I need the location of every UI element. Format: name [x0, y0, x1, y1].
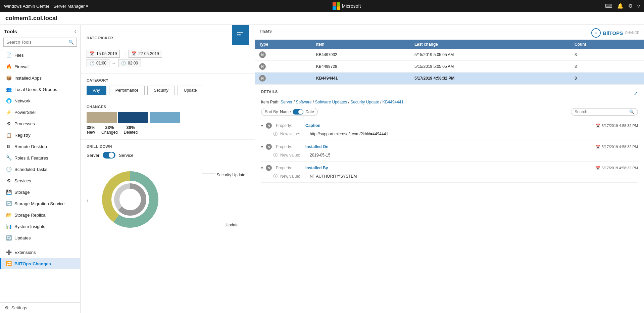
- search-input[interactable]: [4, 38, 66, 46]
- cell-item: KB4494441: [312, 73, 410, 84]
- drill-down-section: DRILL-DOWN Server Service ‹: [81, 140, 255, 242]
- installed-by-collapse-icon[interactable]: ▾: [261, 166, 263, 170]
- details-collapse-icon[interactable]: ✓: [634, 90, 638, 97]
- cell-scroll: [636, 73, 644, 84]
- sidebar-item-label: Files: [14, 53, 23, 58]
- legend-deleted: 38% Deleted: [124, 125, 138, 135]
- roles-icon: 🔧: [6, 155, 12, 161]
- sidebar-item-label: System Insights: [14, 224, 45, 229]
- item-path-software-updates[interactable]: Software Updates: [315, 100, 347, 104]
- detail-group-installed-by: ▾ N Property: Installed By 📅 5/17/2019 4…: [261, 162, 638, 183]
- items-table-header: Type Item Last change Count: [255, 40, 644, 49]
- microsoft-logo: [333, 2, 340, 10]
- biitops-panel-icon: [236, 31, 244, 39]
- sort-date-button[interactable]: Date: [305, 109, 314, 114]
- server-manager-dropdown[interactable]: Server Manager ▾: [53, 4, 88, 9]
- calendar-icon-installed-on: 📅: [596, 145, 600, 149]
- sidebar-item-biitops[interactable]: 🔁 BiiTOps-Changes: [0, 258, 80, 269]
- items-header-row: ITEMS ≡ BiiTOPS CHANGE: [255, 25, 644, 38]
- caption-collapse-icon[interactable]: ▾: [261, 124, 263, 128]
- processes-icon: ⚙: [6, 121, 12, 126]
- gear-icon[interactable]: ⚙: [628, 3, 633, 9]
- col-type: Type: [255, 40, 312, 49]
- sidebar-item-label: BiiTOps-Changes: [14, 261, 51, 266]
- category-section: CATEGORY Any Performance Security Update: [81, 74, 255, 100]
- search-icon[interactable]: 🔍: [66, 38, 77, 46]
- item-path-software[interactable]: Software: [296, 100, 311, 104]
- installed-on-collapse-icon[interactable]: ▾: [261, 145, 263, 149]
- caption-new-value: http://support.microsoft.com/?kbid=44944…: [310, 132, 388, 136]
- cell-type: N: [255, 61, 312, 73]
- details-search-icon[interactable]: 🔍: [629, 109, 634, 114]
- table-row[interactable]: N KB4497932 5/15/2019 5:05:05 AM 3: [255, 49, 644, 61]
- n-badge: N: [259, 51, 266, 58]
- main-panels: DATE PICKER 📅 15-05-2019 →: [81, 25, 644, 313]
- installed-by-new-value: NT AUTHORITY\SYSTEM: [310, 174, 357, 179]
- table-row[interactable]: N KB4499728 5/15/2019 5:05:05 AM 3: [255, 61, 644, 73]
- col-count: Count: [571, 40, 636, 49]
- sidebar-item-services[interactable]: ⚙ Services: [0, 175, 80, 186]
- category-performance-button[interactable]: Performance: [109, 86, 145, 95]
- terminal-icon[interactable]: ⌨: [605, 3, 612, 9]
- category-security-button[interactable]: Security: [147, 86, 175, 95]
- sidebar-settings[interactable]: ⚙ Settings: [0, 302, 80, 313]
- category-any-button[interactable]: Any: [87, 86, 106, 95]
- sidebar-item-local-users[interactable]: 👥 Local Users & Groups: [0, 84, 80, 95]
- sidebar-item-storage-migration[interactable]: 🔄 Storage Migration Service: [0, 198, 80, 209]
- sidebar-item-processes[interactable]: ⚙ Processes: [0, 118, 80, 129]
- cell-type: N: [255, 49, 312, 61]
- sidebar-item-roles-features[interactable]: 🔧 Roles & Features: [0, 152, 80, 164]
- sidebar-item-storage-replica[interactable]: 📂 Storage Replica: [0, 209, 80, 221]
- sidebar-collapse-button[interactable]: ‹: [75, 28, 76, 34]
- sort-toggle[interactable]: [293, 109, 303, 115]
- sidebar-header: Tools ‹: [0, 25, 80, 36]
- table-row-selected[interactable]: N KB4494441 5/17/2019 4:58:32 PM 3: [255, 73, 644, 84]
- sidebar-item-firewall[interactable]: 🔥 Firewall: [0, 61, 80, 72]
- sidebar-item-remote-desktop[interactable]: 🖥 Remote Desktop: [0, 141, 80, 152]
- sidebar-item-installed-apps[interactable]: 📦 Installed Apps: [0, 72, 80, 84]
- ms-green-square: [337, 2, 340, 6]
- drill-toggle-row: Server Service: [87, 152, 249, 159]
- category-update-button[interactable]: Update: [178, 86, 203, 95]
- details-search-input[interactable]: [575, 109, 627, 114]
- sidebar-item-extensions[interactable]: ➕ Extensions: [0, 247, 80, 258]
- date-from-box[interactable]: 📅 15-05-2019: [87, 50, 120, 58]
- bell-icon[interactable]: 🔔: [617, 3, 624, 9]
- sort-name-button[interactable]: Name: [280, 109, 291, 114]
- sidebar-item-system-insights[interactable]: 📊 System Insights: [0, 221, 80, 232]
- sidebar: Tools ‹ 🔍 📄 Files 🔥 Firewall 📦 Installed…: [0, 25, 81, 313]
- sidebar-item-files[interactable]: 📄 Files: [0, 49, 80, 61]
- time-arrow: →: [111, 60, 116, 66]
- extensions-icon: ➕: [6, 250, 12, 255]
- drill-toggle-switch[interactable]: [103, 152, 115, 159]
- bar-new: [87, 112, 117, 123]
- item-path-kb[interactable]: KB4494441: [383, 100, 404, 104]
- sidebar-item-network[interactable]: 🌐 Network: [0, 95, 80, 106]
- legend-changed-label: Changed: [101, 130, 118, 135]
- sidebar-item-label: Roles & Features: [14, 155, 48, 161]
- sidebar-item-registry[interactable]: 📋 Registry: [0, 129, 80, 141]
- cell-last-change: 5/17/2019 4:58:32 PM: [410, 73, 571, 84]
- installed-on-new-value: 2019-05-15: [310, 153, 330, 158]
- time-to-box[interactable]: 🕐 02:00: [118, 59, 141, 67]
- updates-icon: 🔄: [6, 235, 12, 240]
- sidebar-item-scheduled-tasks[interactable]: 🕐 Scheduled Tasks: [0, 164, 80, 175]
- cell-scroll: [636, 61, 644, 73]
- help-icon[interactable]: ?: [637, 3, 640, 9]
- sidebar-item-powershell[interactable]: ⚡ PowerShell: [0, 106, 80, 118]
- n-badge: N: [259, 63, 266, 70]
- sidebar-item-updates[interactable]: 🔄 Updates: [0, 232, 80, 243]
- installed-on-property-label: Property:: [276, 144, 303, 149]
- time-from-box[interactable]: 🕐 01:00: [87, 59, 109, 67]
- topbar-right: ⌨ 🔔 ⚙ ?: [605, 3, 640, 9]
- details-section: DETAILS ✓ Item Path: Server / Software /…: [255, 84, 644, 187]
- category-buttons: Any Performance Security Update: [87, 86, 249, 95]
- item-path-security-update[interactable]: Security Update: [350, 100, 379, 104]
- legend-new: 38% New: [87, 125, 95, 135]
- sidebar-item-label: Processes: [14, 121, 35, 126]
- date-to-box[interactable]: 📅 22-05-2019: [129, 50, 162, 58]
- sidebar-search-box: 🔍: [3, 38, 77, 47]
- item-path-server[interactable]: Server: [281, 100, 292, 104]
- donut-nav-left[interactable]: ‹: [87, 196, 89, 204]
- sidebar-item-storage[interactable]: 💾 Storage: [0, 186, 80, 198]
